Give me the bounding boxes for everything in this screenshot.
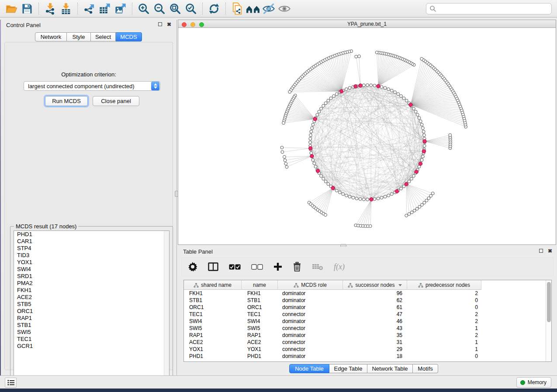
deselect-all-checkboxes-icon[interactable] [251,264,263,270]
table-row[interactable]: FKH1FKH1dominator962 [184,290,546,297]
run-mcds-button[interactable]: Run MCDS [45,96,88,106]
first-neighbors-icon[interactable] [245,2,261,15]
table-scrollbar-thumb[interactable] [547,282,551,322]
list-scrollbar[interactable] [164,231,169,382]
cell-predecessor-nodes[interactable]: 0 [407,353,481,360]
cell-predecessor-nodes[interactable]: 2 [407,332,481,339]
cell-shared-name[interactable]: PHD1 [184,353,242,360]
add-column-icon[interactable] [273,262,282,271]
show-all-icon[interactable] [277,2,292,15]
search-field[interactable] [426,3,552,14]
float-panel-icon[interactable] [158,22,163,27]
cell-successor-nodes[interactable]: 96 [343,290,407,297]
cell-predecessor-nodes[interactable]: 1 [407,339,481,346]
cell-shared-name[interactable]: YOX1 [184,346,242,353]
criterion-select[interactable]: largest connected component (undirected) [24,81,160,91]
vertical-splitter[interactable] [176,20,177,375]
cell-successor-nodes[interactable]: 31 [343,339,407,346]
table-row[interactable]: STB1STB1dominator620 [184,297,546,304]
column-header-MCDS-role[interactable]: MCDS role [278,280,343,290]
tab-network[interactable]: Network [35,32,67,41]
save-session-icon[interactable] [19,2,35,15]
mcds-result-item[interactable]: STB1 [14,322,169,329]
cell-predecessor-nodes[interactable]: 0 [407,304,481,311]
cell-shared-name[interactable]: SWI4 [184,318,242,325]
cell-name[interactable]: YOX1 [242,346,278,353]
cell-successor-nodes[interactable]: 61 [343,304,407,311]
cell-shared-name[interactable]: TEC1 [184,311,242,318]
column-header-name[interactable]: name [242,280,278,290]
status-menu-button[interactable] [5,378,17,388]
cell-predecessor-nodes[interactable]: 0 [407,297,481,304]
table-row[interactable]: YOX1YOX1connector291 [184,346,546,353]
cell-predecessor-nodes[interactable]: 1 [407,325,481,332]
mcds-result-item[interactable]: SRD1 [14,273,169,280]
tab-network-table[interactable]: Network Table [367,364,413,373]
close-table-panel-icon[interactable]: ✖ [548,249,553,254]
mcds-result-item[interactable]: SWI5 [14,329,169,336]
tab-select[interactable]: Select [91,32,116,41]
memory-button[interactable]: Memory [516,377,551,388]
tab-edge-table[interactable]: Edge Table [329,364,367,373]
cell-name[interactable]: PHD1 [242,353,278,360]
table-settings-gear-icon[interactable] [188,262,197,272]
table-row[interactable]: SWI4SWI4dominator462 [184,318,546,325]
network-graph[interactable] [178,28,556,244]
zoom-selected-icon[interactable] [183,2,199,15]
table-row[interactable]: RAP1RAP1dominator352 [184,332,546,339]
mcds-result-item[interactable]: ORC1 [14,308,169,315]
zoom-fit-content-icon[interactable] [167,2,183,15]
cell-successor-nodes[interactable]: 47 [343,311,407,318]
cell-name[interactable]: TEC1 [242,311,278,318]
column-header-predecessor-nodes[interactable]: predecessor nodes [407,280,481,290]
column-header-successor-nodes[interactable]: successor nodes [343,280,407,290]
select-all-checkboxes-icon[interactable] [229,264,241,270]
export-image-icon[interactable] [113,2,128,15]
cell-MCDS-role[interactable]: dominator [278,353,343,360]
cell-shared-name[interactable]: SWI5 [184,325,242,332]
mcds-result-item[interactable]: ACE2 [14,294,169,301]
cell-predecessor-nodes[interactable]: 2 [407,318,481,325]
mcds-result-item[interactable]: STP4 [14,245,169,252]
column-header-shared-name[interactable]: shared name [184,280,242,290]
delete-column-trash-icon[interactable] [293,262,301,272]
cell-predecessor-nodes[interactable]: 2 [407,311,481,318]
cell-MCDS-role[interactable]: connector [278,339,343,346]
hide-selected-icon[interactable] [261,2,277,15]
mcds-result-item[interactable]: PMA2 [14,280,169,287]
cell-MCDS-role[interactable]: dominator [278,318,343,325]
tab-mcds[interactable]: MCDS [116,32,142,41]
cell-name[interactable]: SWI4 [242,318,278,325]
cell-successor-nodes[interactable]: 43 [343,325,407,332]
cell-shared-name[interactable]: FKH1 [184,290,242,297]
cell-shared-name[interactable]: ORC1 [184,304,242,311]
cell-MCDS-role[interactable]: connector [278,325,343,332]
export-network-icon[interactable] [81,2,97,15]
mcds-result-item[interactable]: TEC1 [14,336,169,343]
table-row[interactable]: TEC1TEC1connector472 [184,311,546,318]
cell-successor-nodes[interactable]: 46 [343,318,407,325]
cell-MCDS-role[interactable]: connector [278,346,343,353]
mcds-result-item[interactable]: RAP1 [14,315,169,322]
cell-shared-name[interactable]: STB1 [184,297,242,304]
cell-name[interactable]: FKH1 [242,290,278,297]
table-row[interactable]: PHD1PHD1dominator180 [184,353,546,360]
mcds-result-item[interactable]: TID3 [14,252,169,259]
zoom-out-icon[interactable] [152,2,167,15]
cell-successor-nodes[interactable]: 35 [343,332,407,339]
export-table-icon[interactable] [97,2,113,15]
import-network-icon[interactable] [42,2,58,15]
mcds-result-item[interactable]: PHD1 [14,231,169,238]
table-row[interactable]: SWI5SWI5connector431 [184,325,546,332]
tab-node-table[interactable]: Node Table [289,364,329,373]
cell-shared-name[interactable]: ACE2 [184,339,242,346]
zoom-in-icon[interactable] [136,2,152,15]
cell-successor-nodes[interactable]: 18 [343,353,407,360]
float-table-panel-icon[interactable] [539,249,544,254]
cell-name[interactable]: RAP1 [242,332,278,339]
cell-successor-nodes[interactable]: 29 [343,346,407,353]
table-scrollbar[interactable] [546,280,551,361]
cell-predecessor-nodes[interactable]: 2 [407,290,481,297]
cell-MCDS-role[interactable]: connector [278,311,343,318]
tab-motifs[interactable]: Motifs [413,364,438,373]
